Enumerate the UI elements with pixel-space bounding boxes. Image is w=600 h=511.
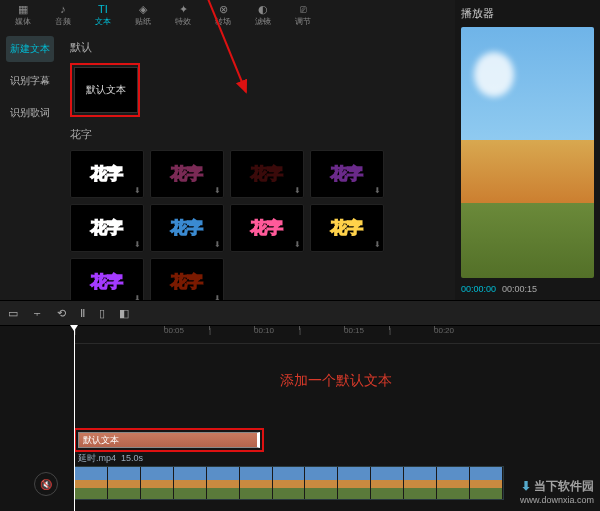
tab-label: 媒体: [15, 16, 31, 27]
fancy-text-icon: 花字: [251, 164, 283, 185]
tab-媒体[interactable]: ▦媒体: [4, 2, 42, 28]
video-frame: [75, 467, 108, 499]
highlight-default: 默认文本: [70, 63, 140, 117]
download-icon: ⬇: [294, 186, 301, 195]
sidebar-item-识别歌词[interactable]: 识别歌词: [6, 100, 54, 126]
highlight-textclip: 默认文本: [74, 428, 264, 452]
tab-label: 滤镜: [255, 16, 271, 27]
tab-文本[interactable]: TI文本: [84, 2, 122, 28]
video-frame: [108, 467, 141, 499]
video-preview[interactable]: [461, 27, 594, 278]
fancy-text-icon: 花字: [171, 218, 203, 239]
tab-滤镜[interactable]: ◐滤镜: [244, 2, 282, 28]
mute-button[interactable]: 🔇: [34, 472, 58, 496]
video-frame: [437, 467, 470, 499]
timeline: |00:05|00:10|00:15|00:20 添加一个默认文本 默认文本 延…: [0, 326, 600, 511]
playhead[interactable]: [74, 326, 75, 511]
video-frame: [338, 467, 371, 499]
video-frame: [174, 467, 207, 499]
tab-label: 调节: [295, 16, 311, 27]
video-frame: [273, 467, 306, 499]
fancy-style-4[interactable]: 花字⬇: [70, 204, 144, 252]
toolbar-icon-2[interactable]: ⟲: [57, 307, 66, 320]
video-frame: [207, 467, 240, 499]
fancy-style-6[interactable]: 花字⬇: [230, 204, 304, 252]
video-frame: [305, 467, 338, 499]
fancy-text-icon: 花字: [91, 272, 123, 293]
annotation-text: 添加一个默认文本: [280, 372, 392, 390]
default-text-preset[interactable]: 默认文本: [74, 67, 138, 113]
fancy-style-7[interactable]: 花字⬇: [310, 204, 384, 252]
video-frame: [240, 467, 273, 499]
fancy-text-icon: 花字: [171, 164, 203, 185]
text-sidebar: 新建文本识别字幕识别歌词: [0, 30, 60, 300]
tab-icon: ▦: [18, 4, 28, 15]
tab-icon: ⎚: [300, 4, 307, 15]
tab-label: 音频: [55, 16, 71, 27]
ruler-tick: 00:20: [434, 326, 454, 335]
time-total: 00:00:15: [502, 284, 537, 294]
tab-icon: ◐: [258, 4, 268, 15]
download-icon: ⬇: [294, 240, 301, 249]
ruler-tick: |: [209, 326, 211, 335]
video-frame: [141, 467, 174, 499]
text-clip[interactable]: 默认文本: [78, 432, 260, 448]
timeline-toolbar: ▭⫟⟲Ⅱ▯◧: [0, 300, 600, 326]
fancy-style-8[interactable]: 花字⬇: [70, 258, 144, 300]
ruler-tick: 00:05: [164, 326, 184, 335]
tab-icon: ⊗: [219, 4, 228, 15]
download-icon: ⬇: [134, 294, 141, 300]
tab-label: 特效: [175, 16, 191, 27]
download-icon: ⬇: [374, 240, 381, 249]
ruler-tick: 00:15: [344, 326, 364, 335]
video-frame: [404, 467, 437, 499]
download-icon: ⬇: [214, 186, 221, 195]
sidebar-item-新建文本[interactable]: 新建文本: [6, 36, 54, 62]
fancy-text-icon: 花字: [251, 218, 283, 239]
section-fancy-title: 花字: [70, 127, 445, 142]
ruler-tick: 00:10: [254, 326, 274, 335]
video-clip-label: 延时.mp4 15.0s: [78, 452, 143, 465]
download-icon: ⬇: [374, 186, 381, 195]
tab-贴纸[interactable]: ◈贴纸: [124, 2, 162, 28]
video-track[interactable]: [74, 466, 504, 500]
fancy-text-icon: 花字: [91, 164, 123, 185]
fancy-text-icon: 花字: [331, 164, 363, 185]
toolbar-icon-4[interactable]: ▯: [99, 307, 105, 320]
toolbar-icon-0[interactable]: ▭: [8, 307, 18, 320]
fancy-style-5[interactable]: 花字⬇: [150, 204, 224, 252]
tab-icon: ♪: [60, 4, 66, 15]
tab-icon: ✦: [179, 4, 188, 15]
video-frame: [470, 467, 503, 499]
tab-调节[interactable]: ⎚调节: [284, 2, 322, 28]
tab-label: 文本: [95, 16, 111, 27]
tab-特效[interactable]: ✦特效: [164, 2, 202, 28]
tab-icon: TI: [98, 4, 108, 15]
download-icon: ⬇: [214, 294, 221, 300]
toolbar-icon-1[interactable]: ⫟: [32, 307, 43, 319]
ruler-tick: |: [299, 326, 301, 335]
toolbar-icon-5[interactable]: ◧: [119, 307, 129, 320]
fancy-style-3[interactable]: 花字⬇: [310, 150, 384, 198]
fancy-style-0[interactable]: 花字⬇: [70, 150, 144, 198]
player-title: 播放器: [461, 6, 594, 21]
fancy-text-icon: 花字: [91, 218, 123, 239]
top-tabs: ▦媒体♪音频TI文本◈贴纸✦特效⊗转场◐滤镜⎚调节: [0, 0, 455, 30]
fancy-text-icon: 花字: [171, 272, 203, 293]
section-default-title: 默认: [70, 40, 445, 55]
download-icon: ⬇: [214, 240, 221, 249]
time-ruler[interactable]: |00:05|00:10|00:15|00:20: [74, 326, 600, 344]
fancy-style-2[interactable]: 花字⬇: [230, 150, 304, 198]
download-icon: ⬇: [134, 186, 141, 195]
tab-label: 贴纸: [135, 16, 151, 27]
tab-icon: ◈: [139, 4, 147, 15]
tab-label: 转场: [215, 16, 231, 27]
fancy-style-1[interactable]: 花字⬇: [150, 150, 224, 198]
tab-音频[interactable]: ♪音频: [44, 2, 82, 28]
time-current: 00:00:00: [461, 284, 496, 294]
fancy-style-9[interactable]: 花字⬇: [150, 258, 224, 300]
tab-转场[interactable]: ⊗转场: [204, 2, 242, 28]
fancy-text-icon: 花字: [331, 218, 363, 239]
toolbar-icon-3[interactable]: Ⅱ: [80, 307, 85, 320]
sidebar-item-识别字幕[interactable]: 识别字幕: [6, 68, 54, 94]
